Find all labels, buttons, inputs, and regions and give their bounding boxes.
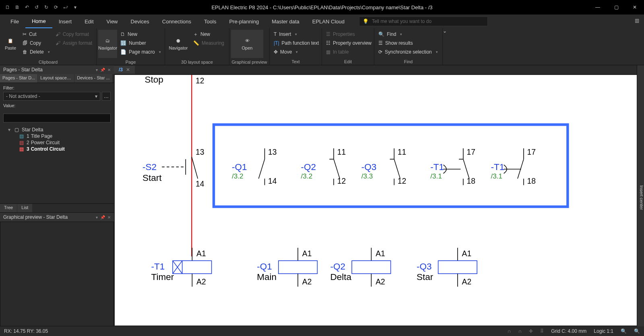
qat-redo-icon[interactable]: ↻: [43, 4, 50, 11]
group-label-3d: 3D layout space: [165, 60, 229, 65]
qat-refresh-icon[interactable]: ⟳: [52, 4, 60, 11]
panel-pin-icon[interactable]: 📌: [100, 68, 105, 72]
text-insert-button[interactable]: TInsert: [271, 30, 321, 39]
menu-devices[interactable]: Devices: [124, 15, 156, 28]
page-macro-button[interactable]: 📄Page macro: [118, 48, 163, 56]
paste-button[interactable]: 📋 Paste: [2, 30, 19, 58]
minimize-button[interactable]: —: [588, 0, 607, 15]
cut-button[interactable]: ✂Cut: [20, 30, 52, 39]
maximize-button[interactable]: ▢: [607, 0, 625, 15]
subtab-layout[interactable]: Layout space -...: [38, 74, 74, 83]
qat-dropdown-icon[interactable]: ▾: [72, 4, 79, 11]
menu-edit[interactable]: Edit: [78, 15, 100, 28]
menu-insert[interactable]: Insert: [52, 15, 78, 28]
menu-file[interactable]: File: [4, 15, 25, 28]
page-navigator-button[interactable]: 🗂 Navigator: [98, 30, 117, 58]
copy-button[interactable]: 🗐Copy: [20, 39, 52, 48]
eye-icon: 👁: [244, 37, 250, 44]
value-area: Value:: [0, 103, 114, 112]
path-function-text-button[interactable]: |T|Path function text: [271, 39, 321, 48]
close-button[interactable]: ✕: [625, 0, 644, 15]
status-logic: Logic 1:1: [594, 328, 613, 334]
group-label-text: Text: [270, 59, 322, 65]
panel-close-icon[interactable]: ✕: [107, 215, 111, 220]
tab-list[interactable]: List: [17, 204, 32, 212]
assign-format-button: 🖌Assign format: [53, 39, 95, 48]
snap-icon[interactable]: ∩: [508, 328, 511, 334]
zoom-fit-icon[interactable]: 🔍: [621, 328, 627, 334]
ribbon-expand-icon[interactable]: ⌄: [443, 28, 447, 65]
new-3d-icon: ＋: [193, 31, 198, 38]
svg-text:17: 17: [527, 148, 536, 156]
qat-undo-icon[interactable]: ↺: [33, 4, 40, 11]
filter-more-button[interactable]: …: [102, 92, 111, 101]
panel-dropdown-icon[interactable]: ▾: [96, 215, 98, 220]
panel-pin-icon[interactable]: 📌: [100, 215, 105, 220]
menu-tools[interactable]: Tools: [198, 15, 223, 28]
collapse-icon[interactable]: ▾: [8, 127, 13, 133]
chevron-down-icon: ▾: [95, 93, 97, 99]
qat-open-icon[interactable]: 🗎: [14, 4, 21, 11]
menu-masterdata[interactable]: Master data: [265, 15, 306, 28]
svg-text:13: 13: [268, 148, 277, 156]
tree-item-3[interactable]: ▤ 3 Control Circuit: [2, 146, 112, 152]
svg-text:11: 11: [398, 148, 406, 156]
3d-new-button[interactable]: ＋New: [191, 30, 227, 39]
tree-item-2[interactable]: ▤ 2 Power Circuit: [2, 139, 112, 146]
menu-home[interactable]: Home: [25, 15, 52, 28]
delete-button[interactable]: 🗑Delete: [20, 48, 52, 56]
svg-text:A2: A2: [376, 278, 385, 286]
schematic-canvas[interactable]: Stop 12 13 -S2 Start 14 1314-Q1/3.21112-…: [115, 75, 641, 326]
ribbon-group-3d: ⬣ Navigator ＋New 📏Measuring 3D layout sp…: [165, 28, 229, 65]
menu-preplanning[interactable]: Pre-planning: [223, 15, 265, 28]
svg-text:12: 12: [398, 177, 406, 185]
menu-cloud[interactable]: EPLAN Cloud: [306, 15, 351, 28]
tab-tree[interactable]: Tree: [0, 204, 17, 212]
qat-new-icon[interactable]: 🗋: [4, 4, 11, 11]
svg-text:-Q2: -Q2: [330, 261, 346, 272]
svg-text:A1: A1: [302, 249, 312, 258]
subtab-devices[interactable]: Devices - Star ...: [74, 74, 112, 83]
menu-connections[interactable]: Connections: [156, 15, 198, 28]
subtab-pages[interactable]: Pages - Star D...: [0, 74, 37, 83]
tree-root[interactable]: ▾ ▢ Star Delta: [2, 127, 112, 133]
grid-icon[interactable]: ⠿: [540, 328, 544, 334]
sync-selection-button[interactable]: ⟳Synchronize selection: [376, 48, 440, 56]
panel-dropdown-icon[interactable]: ▾: [96, 68, 98, 72]
svg-text:A1: A1: [376, 249, 385, 258]
page-new-button[interactable]: 🗋New: [118, 30, 163, 39]
preview-open-button[interactable]: 👁 Open: [231, 30, 263, 58]
text-move-button[interactable]: ✥Move: [271, 48, 321, 56]
close-tab-icon[interactable]: ✕: [126, 67, 130, 73]
value-input[interactable]: [3, 114, 111, 122]
ribbon-options-icon[interactable]: ▥: [635, 18, 639, 23]
panel-close-icon[interactable]: ✕: [107, 68, 111, 72]
zoom-icon[interactable]: 🔍: [634, 328, 640, 334]
page-number-button[interactable]: 🔢Number: [118, 39, 163, 48]
find-button[interactable]: 🔍Find: [376, 30, 440, 39]
property-overview-button[interactable]: ☷Property overview: [324, 39, 374, 48]
3d-navigator-button[interactable]: ⬣ Navigator: [167, 30, 190, 58]
svg-text:18: 18: [527, 177, 536, 185]
show-results-button[interactable]: ☰Show results: [376, 39, 440, 48]
left-panels: Pages - Star Delta ▾ 📌 ✕ Pages - Star D.…: [0, 65, 114, 326]
svg-text:A2: A2: [196, 278, 206, 286]
results-icon: ☰: [378, 40, 383, 46]
preview-body: [0, 222, 114, 326]
document-tab[interactable]: /3 ✕: [114, 66, 135, 74]
qat-return-icon[interactable]: ⮐: [62, 4, 69, 11]
pages-panel-header: Pages - Star Delta ▾ 📌 ✕: [0, 65, 114, 74]
filter-select[interactable]: - Not activated -▾: [3, 92, 100, 101]
crosshair-icon[interactable]: ✛: [529, 328, 533, 334]
snap2-icon[interactable]: ∩: [518, 328, 522, 334]
svg-text:-Q3: -Q3: [361, 162, 377, 172]
svg-text:/3.2: /3.2: [232, 172, 244, 180]
svg-text:A1: A1: [462, 249, 472, 258]
svg-line-16: [334, 159, 340, 178]
tree-item-1[interactable]: ▤ 1 Title Page: [2, 133, 112, 139]
insert-center-tab[interactable]: Insert center: [637, 65, 644, 326]
tell-me-search[interactable]: 💡 Tell me what you want to do: [359, 17, 488, 26]
menu-view[interactable]: View: [100, 15, 124, 28]
svg-text:-Q3: -Q3: [417, 261, 432, 272]
qat-prev-icon[interactable]: ↶: [23, 4, 31, 11]
